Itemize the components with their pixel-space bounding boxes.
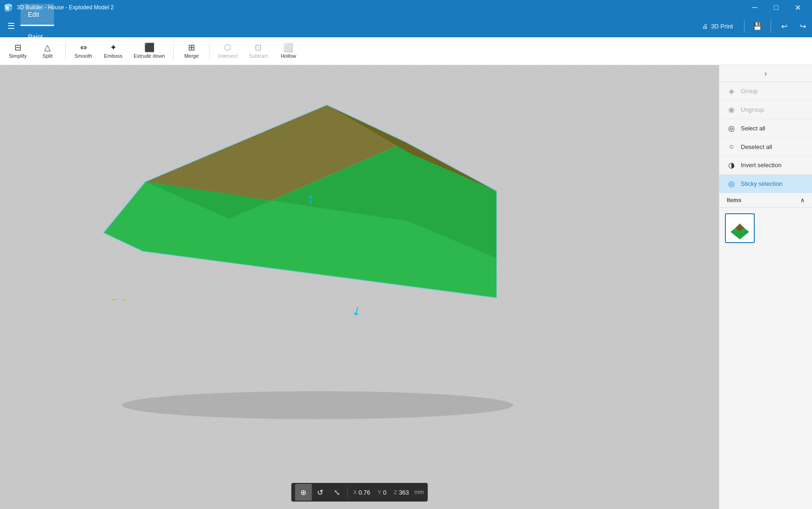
subtract-icon: ⊡	[255, 43, 262, 52]
subtract-label: Subtract	[249, 53, 268, 59]
select-all-label: Select all	[741, 125, 765, 132]
intersect-icon: ⬡	[224, 43, 231, 52]
ungroup-label: Ungroup	[741, 106, 764, 113]
deselect-all-label: Deselect all	[741, 143, 772, 150]
toolbar-separator	[173, 42, 174, 61]
y-label: Y	[378, 489, 381, 495]
panel-item-ungroup: ◉ Ungroup	[719, 101, 812, 119]
coord-y: Y 0	[374, 489, 390, 496]
panel-items-list: ◈ Group ◉ Ungroup ◎ Select all ○ Deselec…	[719, 82, 812, 193]
chevron-right-icon: ›	[765, 69, 767, 78]
app-icon: 🧊	[4, 3, 13, 12]
svg-point-0	[122, 391, 513, 419]
titlebar: 🧊 3D Builder - House - Exploded Model 2 …	[0, 0, 812, 15]
toolbar-btn-simplify[interactable]: ⊟ Simplify	[4, 39, 32, 63]
menu-item-object[interactable]: Object	[20, 0, 54, 4]
print-button[interactable]: 🖨 3D Print	[697, 20, 738, 33]
viewport[interactable]: ↕ ↙ ← → ⊕ ↺ ⤡ X 0.76 Y 0 Z 363	[0, 65, 719, 509]
extrude-label: Extrude down	[134, 53, 165, 59]
panel-item-select-all[interactable]: ◎ Select all	[719, 119, 812, 138]
items-section-label: Items	[727, 197, 741, 204]
merge-label: Merge	[184, 53, 199, 59]
panel-item-group: ◈ Group	[719, 82, 812, 101]
titlebar-controls: ─ □ ✕	[744, 0, 808, 15]
merge-icon: ⊞	[188, 43, 195, 52]
select-all-icon: ◎	[727, 124, 736, 133]
split-icon: △	[44, 43, 51, 52]
right-panel: › ◈ Group ◉ Ungroup ◎ Select all ○ Desel…	[719, 65, 812, 509]
panel-item-deselect-all[interactable]: ○ Deselect all	[719, 138, 812, 156]
simplify-icon: ⊟	[14, 43, 21, 52]
menu-item-edit[interactable]: Edit	[20, 4, 54, 26]
hollow-label: Hollow	[281, 53, 296, 59]
smooth-icon: ⇔	[80, 43, 87, 52]
maximize-button[interactable]: □	[765, 0, 787, 15]
group-label: Group	[741, 88, 758, 95]
toolbar-btn-extrude[interactable]: ⬛ Extrude down	[129, 39, 169, 63]
toolbar: ⊟ Simplify △ Split ⇔ Smooth ✦ Emboss ⬛ E…	[0, 37, 812, 65]
menubar-separator	[744, 20, 744, 33]
extrude-icon: ⬛	[144, 43, 155, 52]
toolbar-btn-intersect: ⬡ Intersect	[213, 39, 242, 63]
panel-collapse-button[interactable]: ›	[719, 65, 812, 82]
hollow-icon: ⬜	[283, 43, 293, 52]
z-value: 363	[399, 489, 409, 496]
intersect-label: Intersect	[218, 53, 237, 59]
close-button[interactable]: ✕	[787, 0, 808, 15]
scale-tool-button[interactable]: ⤡	[329, 484, 345, 501]
unit-label: mm	[414, 489, 424, 495]
z-label: Z	[394, 489, 397, 495]
x-label: X	[353, 489, 357, 495]
toolbar-btn-hollow[interactable]: ⬜ Hollow	[274, 39, 302, 63]
split-label: Split	[42, 53, 52, 59]
svg-text:→: →	[119, 295, 130, 306]
items-section-header[interactable]: Items ∧	[719, 193, 812, 208]
svg-text:↕: ↕	[307, 191, 314, 205]
sticky-icon: ◎	[727, 179, 736, 188]
rotate-tool-button[interactable]: ↺	[312, 484, 329, 501]
svg-text:↙: ↙	[349, 303, 364, 319]
x-value: 0.76	[359, 489, 370, 496]
coord-z: Z 363	[390, 489, 413, 496]
coord-x: X 0.76	[350, 489, 374, 496]
undo-button[interactable]: ↩	[777, 19, 792, 34]
svg-text:←: ←	[110, 293, 120, 305]
sticky-label: Sticky selection	[741, 180, 783, 187]
minimize-button[interactable]: ─	[744, 0, 765, 15]
emboss-label: Emboss	[104, 53, 122, 59]
item-thumbnail[interactable]	[725, 213, 755, 243]
toolbar-btn-emboss[interactable]: ✦ Emboss	[99, 39, 127, 63]
toolbar-btn-merge[interactable]: ⊞ Merge	[177, 39, 205, 63]
toolbar-btn-split[interactable]: △ Split	[34, 39, 61, 63]
save-button[interactable]: 💾	[750, 19, 765, 34]
print-icon: 🖨	[702, 23, 708, 30]
print-label: 3D Print	[711, 23, 733, 30]
menubar-right: 🖨 3D Print 💾 ↩ ↪	[697, 19, 810, 34]
invert-icon: ◑	[727, 161, 736, 170]
y-value: 0	[383, 489, 386, 496]
menubar: ☰ InsertObjectEditPaintViewHelp 🖨 3D Pri…	[0, 15, 812, 37]
toolbar-separator	[209, 42, 210, 61]
smooth-label: Smooth	[74, 53, 92, 59]
deselect-all-icon: ○	[727, 143, 736, 151]
toolbar-separator	[65, 42, 66, 61]
panel-item-sticky[interactable]: ◎ Sticky selection	[719, 175, 812, 193]
toolbar-btn-subtract: ⊡ Subtract	[244, 39, 272, 63]
toolbar-btn-smooth[interactable]: ⇔ Smooth	[69, 39, 97, 63]
hamburger-menu-button[interactable]: ☰	[2, 15, 20, 37]
main-area: ↕ ↙ ← → ⊕ ↺ ⤡ X 0.76 Y 0 Z 363	[0, 65, 812, 509]
viewport-svg: ↕ ↙ ← →	[0, 65, 719, 509]
menubar-separator2	[771, 20, 771, 33]
move-tool-button[interactable]: ⊕	[295, 484, 312, 501]
group-icon: ◈	[727, 87, 736, 95]
invert-label: Invert selection	[741, 162, 781, 169]
redo-button[interactable]: ↪	[795, 19, 810, 34]
ungroup-icon: ◉	[727, 105, 736, 114]
simplify-label: Simplify	[9, 53, 27, 59]
statusbar-separator	[347, 487, 348, 498]
items-grid	[719, 208, 812, 249]
emboss-icon: ✦	[110, 43, 117, 52]
statusbar: ⊕ ↺ ⤡ X 0.76 Y 0 Z 363 mm	[291, 483, 428, 502]
items-section-chevron: ∧	[800, 197, 805, 204]
panel-item-invert[interactable]: ◑ Invert selection	[719, 156, 812, 175]
